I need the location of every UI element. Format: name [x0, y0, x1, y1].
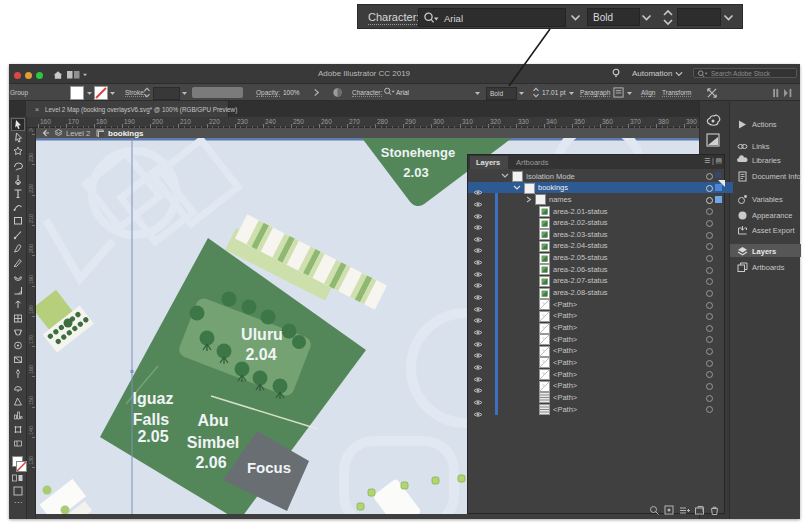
- svg-text:2.04: 2.04: [245, 346, 276, 363]
- svg-text:Falls: Falls: [133, 411, 170, 428]
- svg-text:Iguaz: Iguaz: [133, 390, 174, 407]
- svg-text:2.03: 2.03: [403, 165, 428, 180]
- svg-text:Stonehenge: Stonehenge: [381, 145, 455, 160]
- svg-text:Uluru: Uluru: [241, 326, 283, 343]
- svg-text:Abu: Abu: [197, 412, 228, 429]
- svg-text:2.05: 2.05: [137, 428, 168, 445]
- svg-text:Focus: Focus: [247, 459, 291, 476]
- svg-text:Simbel: Simbel: [187, 434, 239, 451]
- svg-text:2.06: 2.06: [195, 454, 226, 471]
